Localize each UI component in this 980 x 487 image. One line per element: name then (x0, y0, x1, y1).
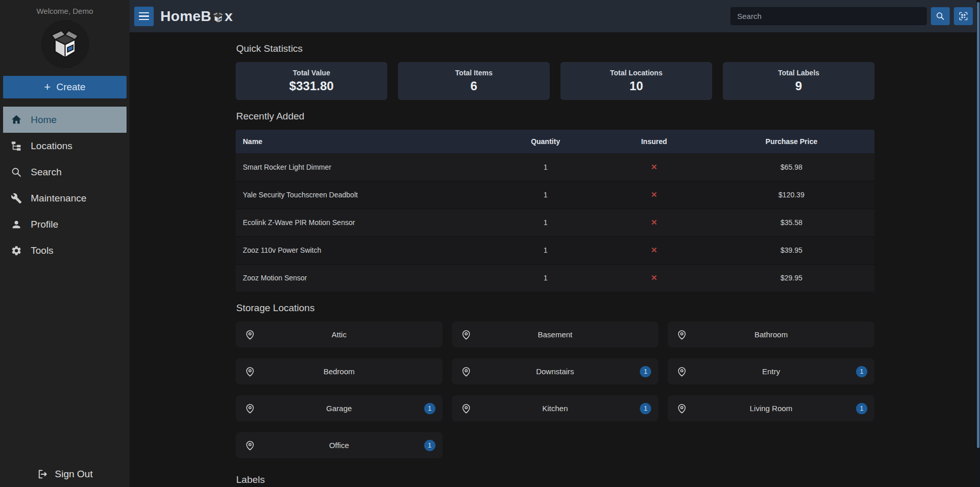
sidebar-item-locations[interactable]: Locations (3, 133, 127, 159)
table-row[interactable]: Yale Security Touchscreen Deadbolt 1 ✕ $… (236, 181, 874, 209)
storage-locations-heading: Storage Locations (236, 302, 874, 314)
search-input[interactable] (731, 7, 927, 25)
location-count-badge: 1 (640, 366, 651, 377)
location-card-downstairs[interactable]: Downstairs 1 (452, 358, 659, 384)
item-quantity: 1 (491, 264, 600, 292)
sidebar-item-tools[interactable]: Tools (3, 237, 127, 263)
table-header-row: Name Quantity Insured Purchase Price (236, 130, 874, 153)
item-quantity: 1 (491, 209, 600, 236)
location-card-attic[interactable]: Attic (236, 321, 443, 348)
stat-card-total-locations: Total Locations 10 (560, 62, 712, 100)
main-area: HomeB x (130, 0, 980, 487)
column-header-quantity: Quantity (491, 130, 600, 153)
sign-out-label: Sign Out (55, 469, 93, 480)
search-icon (11, 167, 22, 178)
item-price: $65.98 (708, 153, 874, 181)
table-row[interactable]: Zooz Motion Sensor 1 ✕ $29.95 (236, 264, 874, 292)
quick-statistics-heading: Quick Statistics (236, 43, 874, 54)
not-insured-icon: ✕ (651, 190, 657, 199)
sign-out-button[interactable]: Sign Out (37, 469, 93, 480)
not-insured-icon: ✕ (651, 246, 657, 254)
item-quantity: 1 (491, 181, 600, 209)
logout-icon (37, 469, 48, 480)
storage-locations-section: Storage Locations Attic Basement (236, 302, 874, 458)
stat-card-total-value: Total Value $331.80 (236, 62, 387, 100)
sidebar-item-search[interactable]: Search (3, 159, 127, 185)
table-row[interactable]: Zooz 110v Power Switch 1 ✕ $39.95 (236, 236, 874, 264)
location-count-badge: 1 (640, 403, 651, 414)
map-pin-icon (245, 330, 255, 340)
location-count-badge: 1 (424, 440, 435, 451)
map-pin-icon (677, 403, 687, 414)
locations-grid: Attic Basement Bathroom (236, 321, 874, 458)
location-name: Garage (326, 404, 352, 413)
stat-label: Total Value (293, 69, 330, 77)
scrollbar-thumb[interactable] (977, 2, 979, 448)
map-pin-icon (461, 403, 471, 414)
stat-label: Total Items (455, 69, 493, 77)
map-pin-icon (245, 403, 255, 414)
welcome-text: Welcome, Demo (36, 7, 93, 15)
location-card-office[interactable]: Office 1 (236, 432, 443, 458)
table-row[interactable]: Smart Rocker Light Dimmer 1 ✕ $65.98 (236, 153, 874, 181)
location-count-badge: 1 (424, 403, 435, 414)
tree-icon (11, 140, 22, 152)
location-card-basement[interactable]: Basement (452, 321, 659, 348)
location-name: Kitchen (542, 404, 568, 413)
map-pin-icon (677, 367, 687, 377)
stat-card-total-items: Total Items 6 (398, 62, 550, 100)
stat-value: 10 (630, 79, 643, 93)
sidebar-item-label: Profile (31, 219, 58, 230)
sidebar-item-profile[interactable]: Profile (3, 211, 127, 237)
qr-scan-button[interactable] (954, 7, 973, 25)
map-pin-icon (677, 330, 687, 340)
location-card-garage[interactable]: Garage 1 (236, 395, 443, 421)
stat-value: 6 (470, 79, 477, 93)
item-name: Zooz Motion Sensor (236, 264, 491, 292)
sidebar-item-home[interactable]: Home (3, 107, 127, 133)
homebox-app: Welcome, Demo + Create Home (0, 0, 980, 487)
location-card-living-room[interactable]: Living Room 1 (668, 395, 874, 421)
column-header-insured: Insured (600, 130, 708, 153)
item-quantity: 1 (491, 236, 600, 264)
location-card-entry[interactable]: Entry 1 (668, 358, 874, 384)
stats-grid: Total Value $331.80 Total Items 6 Total … (236, 62, 874, 100)
column-header-name: Name (236, 130, 491, 153)
location-name: Bedroom (323, 367, 355, 376)
item-price: $120.39 (708, 181, 874, 209)
location-count-badge: 1 (856, 403, 867, 414)
not-insured-icon: ✕ (651, 273, 657, 282)
table-row[interactable]: Ecolink Z-Wave PIR Motion Sensor 1 ✕ $35… (236, 209, 874, 236)
location-name: Downstairs (536, 367, 574, 376)
menu-toggle-button[interactable] (134, 7, 154, 26)
sidebar-item-maintenance[interactable]: Maintenance (3, 185, 127, 211)
stat-value: $331.80 (289, 79, 334, 93)
page-content: Quick Statistics Total Value $331.80 Tot… (130, 32, 980, 487)
create-button-label: Create (56, 82, 86, 93)
search-submit-button[interactable] (931, 7, 950, 25)
location-card-bathroom[interactable]: Bathroom (668, 321, 874, 348)
map-pin-icon (461, 367, 471, 377)
gear-icon (11, 245, 22, 256)
item-name: Ecolink Z-Wave PIR Motion Sensor (236, 209, 491, 236)
location-card-kitchen[interactable]: Kitchen 1 (452, 395, 659, 421)
wrench-icon (11, 193, 22, 204)
app-title-pre: HomeB (160, 8, 212, 25)
location-name: Bathroom (755, 330, 788, 339)
stat-card-total-labels: Total Labels 9 (723, 62, 874, 100)
stat-label: Total Locations (610, 69, 662, 77)
labels-heading: Labels (236, 474, 874, 485)
item-price: $35.58 (708, 209, 874, 236)
recently-added-table: Name Quantity Insured Purchase Price Sma… (236, 130, 874, 292)
app-title[interactable]: HomeB x (160, 8, 233, 25)
top-bar: HomeB x (130, 0, 980, 32)
item-price: $39.95 (708, 236, 874, 264)
item-name: Yale Security Touchscreen Deadbolt (236, 181, 491, 209)
box-logo-icon-small (212, 11, 224, 24)
item-name: Smart Rocker Light Dimmer (236, 153, 491, 181)
app-logo (41, 20, 89, 68)
map-pin-icon (461, 330, 471, 340)
location-card-bedroom[interactable]: Bedroom (236, 358, 443, 384)
person-icon (11, 219, 22, 230)
create-button[interactable]: + Create (3, 76, 127, 98)
